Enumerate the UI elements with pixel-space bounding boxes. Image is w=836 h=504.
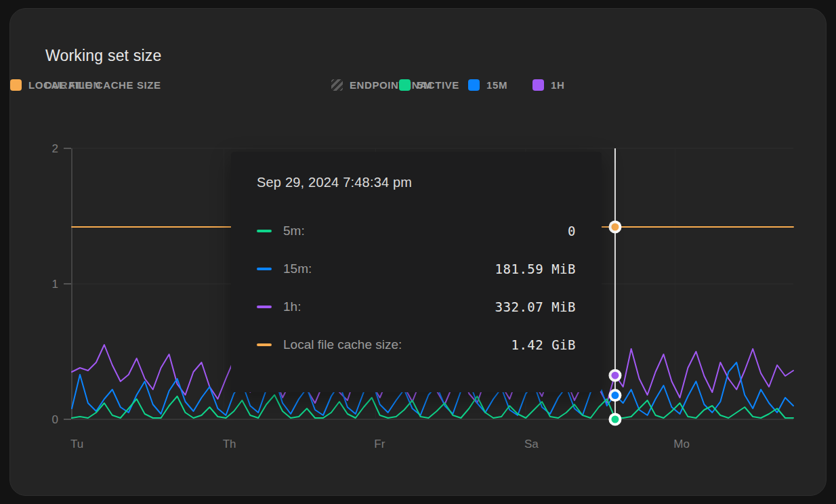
5m-dash-icon — [257, 230, 272, 232]
tooltip-row-5m: 5m: 0 — [257, 212, 576, 250]
tooltip-row-15m: 15m: 181.59 MiB — [257, 250, 576, 288]
cursor-dot-5m — [611, 416, 619, 423]
cursor-dot-15m — [611, 392, 619, 399]
x-tick-label-Tu: Tu — [70, 438, 83, 450]
cursor-dot-1h — [611, 372, 619, 379]
y-tick-label-1: 1 — [52, 278, 58, 291]
1h-dash-icon — [257, 306, 272, 308]
tooltip-row-1h: 1h: 332.07 MiB — [257, 288, 576, 326]
cursor-dot-local-file-cache-size — [611, 224, 619, 231]
tooltip-timestamp: Sep 29, 2024 7:48:34 pm — [257, 175, 576, 190]
y-tick-label-0: 0 — [52, 413, 58, 426]
working-set-size-panel: Working set size DURATION ENDPOINT INACT… — [9, 8, 827, 496]
series-line-5m — [72, 395, 793, 418]
tooltip-row-local-file-cache-size: Local file cache size: 1.42 GiB — [257, 326, 576, 364]
x-tick-label-Fr: Fr — [374, 438, 385, 450]
x-tick-label-Sa: Sa — [524, 438, 539, 450]
x-tick-label-Mo: Mo — [673, 438, 690, 450]
15m-dash-icon — [257, 268, 272, 270]
tooltip-rows: 5m: 0 15m: 181.59 MiB 1h: 332.07 MiB Loc… — [257, 212, 576, 364]
x-tick-label-Th: Th — [223, 438, 236, 450]
local-file-cache-dash-icon — [257, 343, 272, 346]
chart-tooltip: Sep 29, 2024 7:48:34 pm 5m: 0 15m: 181.5… — [231, 152, 602, 392]
y-tick-label-2: 2 — [52, 142, 58, 155]
